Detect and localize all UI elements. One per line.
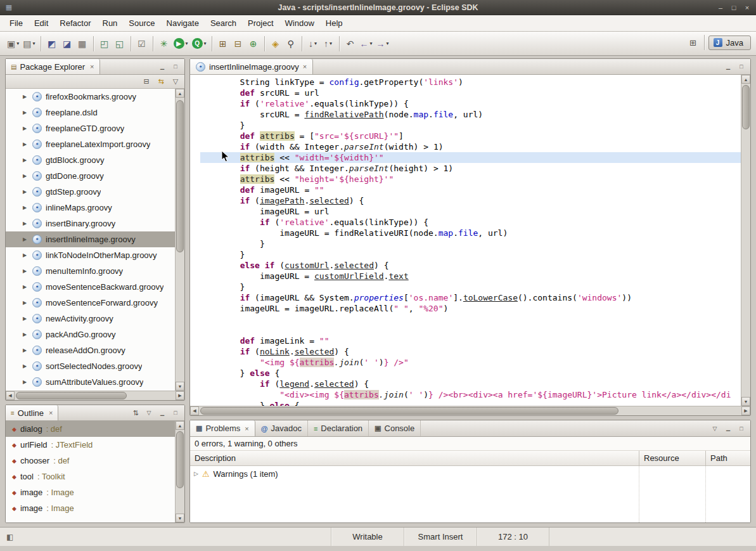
code-line[interactable]	[200, 314, 741, 325]
tree-item[interactable]: ▶✶menuItemInfo.groovy	[6, 263, 175, 279]
next-annotation-button[interactable]: ↓▾	[305, 36, 321, 52]
code-line[interactable]: attribs << "height='${height}'"	[200, 174, 741, 185]
outline-item[interactable]: ◆urlField : JTextField	[6, 437, 175, 453]
new-button[interactable]: ▣▾	[5, 36, 21, 52]
code-line[interactable]: imageURL = findRelativeURI(node.map.file…	[200, 228, 741, 238]
tree-item[interactable]: ▶✶sortSelectedNodes.groovy	[6, 358, 175, 374]
tree-item[interactable]: ▶✶inlineMaps.groovy	[6, 200, 175, 216]
scrollbar-thumb[interactable]	[176, 100, 184, 252]
code-line[interactable]: String linkType = config.getProperty('li…	[200, 77, 741, 88]
column-description[interactable]: Description	[190, 451, 639, 465]
menu-source[interactable]: Source	[123, 15, 160, 31]
last-edit-location-button[interactable]: ↶	[343, 36, 358, 52]
code-line[interactable]: if ('relative'.equals(linkType)) {	[200, 98, 741, 109]
scroll-up-icon[interactable]: ▲	[176, 421, 184, 430]
import-button[interactable]: ◱	[112, 36, 127, 52]
code-line[interactable]: }	[200, 249, 741, 260]
code-line[interactable]: } else {	[200, 400, 741, 406]
code-line[interactable]: imageURL = customUrlField.text	[200, 271, 741, 282]
close-tab-icon[interactable]: ×	[245, 425, 248, 432]
minimize-view-icon[interactable]: ▁	[723, 425, 733, 431]
code-line[interactable]: if (imageURL && System.properties['os.na…	[200, 292, 741, 303]
link-with-editor-button[interactable]: ⇆	[155, 77, 167, 86]
code-line[interactable]: srcURL = findRelativePath(node.map.file,…	[200, 109, 741, 120]
expander-icon[interactable]: ▶	[23, 268, 29, 274]
window-close-button[interactable]: ×	[741, 2, 753, 13]
expander-icon[interactable]: ▶	[23, 252, 29, 258]
sort-icon[interactable]: ⇅	[131, 409, 141, 417]
view-menu-icon[interactable]: ▽	[710, 425, 720, 432]
open-type-button[interactable]: ◈	[268, 36, 283, 52]
tree-item[interactable]: ▶✶newActivity.groovy	[6, 311, 175, 327]
expander-icon[interactable]: ▶	[23, 221, 29, 226]
menu-file[interactable]: File	[4, 15, 29, 31]
code-line[interactable]: else if (customUrl.selected) {	[200, 260, 741, 271]
expander-icon[interactable]: ▶	[23, 141, 29, 147]
maximize-view-icon[interactable]: □	[736, 63, 746, 70]
code-line[interactable]: if (noLink.selected) {	[200, 346, 741, 357]
scroll-down-icon[interactable]: ▼	[176, 514, 184, 522]
outline-item[interactable]: ◆dialog : def	[6, 421, 175, 437]
java-perspective-button[interactable]: J Java	[708, 36, 751, 50]
fast-view-icon[interactable]: ◧	[6, 533, 13, 541]
export-button[interactable]: ◰	[97, 36, 112, 52]
print-button[interactable]: ▦	[75, 36, 90, 52]
code-line[interactable]: def srcURL = url	[200, 88, 741, 98]
tree-item[interactable]: ▶✶linkToNodeInOtherMap.groovy	[6, 247, 175, 263]
editor-vertical-scrollbar[interactable]: ▲ ▼	[741, 75, 750, 406]
outline-item[interactable]: ◆chooser : def	[6, 453, 175, 469]
tab-problems[interactable]: ▦Problems×	[190, 420, 255, 436]
tab-outline[interactable]: ≡ Outline ×	[6, 405, 58, 420]
collapse-all-button[interactable]: ⊟	[141, 77, 152, 86]
tab-console[interactable]: ▣Console	[369, 420, 421, 436]
close-editor-icon[interactable]: ×	[303, 63, 307, 70]
expander-icon[interactable]: ▶	[23, 284, 29, 290]
scroll-right-icon[interactable]: ▶	[176, 391, 184, 400]
tree-item[interactable]: ▶✶packAndGo.groovy	[6, 327, 175, 342]
code-line[interactable]: if (imagePath.selected) {	[200, 195, 741, 206]
save-all-button[interactable]: ◪	[60, 36, 75, 52]
expander-icon[interactable]: ▶	[23, 189, 29, 195]
build-all-button[interactable]: ☑	[134, 36, 150, 52]
expander-icon[interactable]: ▶	[23, 237, 29, 242]
outline-item[interactable]: ◆image : Image	[6, 484, 175, 500]
new-package-button[interactable]: ⊟	[231, 36, 246, 52]
code-line[interactable]: if ('relative'.equals(linkType)) {	[200, 217, 741, 228]
tree-item[interactable]: ▶✶gtdStep.groovy	[6, 184, 175, 200]
tree-item[interactable]: ▶✶freeplaneGTD.groovy	[6, 120, 175, 136]
expander-icon[interactable]: ▶	[23, 300, 29, 306]
scroll-up-icon[interactable]: ▲	[176, 89, 184, 98]
code-line[interactable]: }	[200, 282, 741, 292]
scroll-left-icon[interactable]: ◀	[190, 406, 199, 415]
scrollbar-thumb[interactable]	[16, 392, 127, 399]
close-view-icon[interactable]: ×	[49, 409, 53, 417]
scrollbar-thumb[interactable]	[742, 85, 750, 129]
maximize-view-icon[interactable]: □	[170, 410, 181, 416]
tab-insertinlineimage-groovy[interactable]: ✶ insertInlineImage.groovy ×	[190, 59, 313, 74]
scrollbar-thumb[interactable]	[176, 431, 184, 488]
package-tree-vertical-scrollbar[interactable]: ▲ ▼	[175, 89, 184, 391]
menu-project[interactable]: Project	[242, 15, 279, 31]
close-view-icon[interactable]: ×	[90, 63, 94, 70]
column-resource[interactable]: Resource	[639, 451, 706, 465]
code-line[interactable]: } else {	[200, 368, 741, 379]
tab-package-explorer[interactable]: ▤ Package Explorer ×	[6, 59, 100, 74]
expander-icon[interactable]: ▶	[23, 347, 29, 353]
expand-row-icon[interactable]: ▷	[194, 470, 198, 477]
search-button[interactable]: ⚲	[283, 36, 298, 52]
new-java-project-button[interactable]: ⊞	[215, 36, 231, 52]
expander-icon[interactable]: ▶	[23, 173, 29, 179]
forward-button[interactable]: →▾	[375, 36, 391, 52]
view-menu-icon[interactable]: ▽	[144, 410, 154, 416]
debug-button[interactable]: ✳	[157, 36, 172, 52]
code-line[interactable]: imageURL = url	[200, 206, 741, 217]
minimize-view-icon[interactable]: ▁	[157, 64, 167, 70]
menu-window[interactable]: Window	[279, 15, 320, 31]
minimize-view-icon[interactable]: ▁	[157, 410, 167, 416]
new-wizard-button[interactable]: ▤▾	[21, 36, 37, 52]
code-area[interactable]: String linkType = config.getProperty('li…	[190, 75, 750, 406]
menu-edit[interactable]: Edit	[29, 15, 54, 31]
scroll-down-icon[interactable]: ▼	[176, 382, 184, 391]
tree-item[interactable]: ▶✶firefoxBookmarks.groovy	[6, 89, 175, 105]
outline-item[interactable]: ◆tool : Toolkit	[6, 469, 175, 484]
